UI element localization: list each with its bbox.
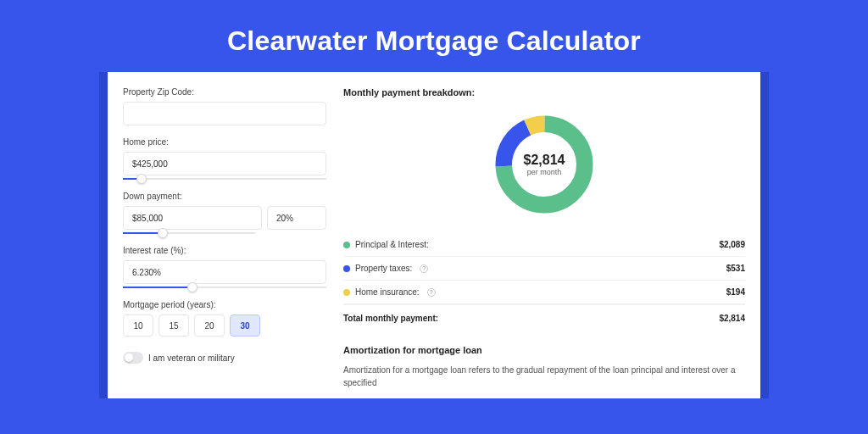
legend-row-taxes: Property taxes: ? $531 (343, 257, 745, 281)
amortization-text: Amortization for a mortgage loan refers … (343, 364, 745, 389)
veteran-toggle-knob (125, 353, 133, 362)
period-btn-30[interactable]: 30 (230, 314, 260, 337)
period-btn-10[interactable]: 10 (123, 314, 153, 337)
amortization-section: Amortization for mortgage loan Amortizat… (343, 345, 745, 389)
rate-slider[interactable] (123, 287, 326, 288)
amortization-heading: Amortization for mortgage loan (343, 345, 745, 355)
zip-input[interactable] (123, 102, 326, 125)
legend-value: $531 (726, 264, 745, 273)
down-amount-input[interactable] (123, 206, 262, 230)
legend-label: Principal & Interest: (355, 240, 429, 249)
donut-amount: $2,814 (524, 153, 565, 168)
period-btn-15[interactable]: 15 (159, 314, 189, 337)
breakdown-heading: Monthly payment breakdown: (343, 87, 745, 97)
veteran-label: I am veteran or military (148, 353, 235, 363)
total-row: Total monthly payment: $2,814 (343, 304, 745, 333)
down-label: Down payment: (123, 192, 326, 201)
legend-row-insurance: Home insurance: ? $194 (343, 281, 745, 304)
price-label: Home price: (123, 137, 326, 147)
panel-backdrop: Property Zip Code: Home price: Down paym… (99, 72, 769, 398)
dot-icon (343, 265, 350, 272)
donut-chart: $2,814 per month (343, 104, 745, 228)
down-percent-input[interactable] (267, 206, 326, 230)
legend-row-principal: Principal & Interest: $2,089 (343, 233, 745, 257)
help-icon[interactable]: ? (420, 264, 428, 273)
veteran-toggle[interactable] (123, 352, 143, 364)
rate-slider-fill (123, 287, 192, 288)
down-slider-thumb[interactable] (158, 228, 168, 238)
zip-label: Property Zip Code: (123, 87, 326, 97)
legend-value: $194 (726, 287, 745, 297)
down-slider-fill (123, 232, 163, 234)
price-input[interactable] (123, 152, 326, 175)
period-label: Mortgage period (years): (123, 300, 326, 309)
legend-label: Home insurance: (355, 287, 420, 297)
legend-value: $2,089 (719, 240, 745, 249)
inputs-column: Property Zip Code: Home price: Down paym… (123, 87, 326, 398)
legend-label: Property taxes: (355, 264, 412, 273)
donut-center: $2,814 per month (491, 111, 598, 218)
page-title: Clearwater Mortgage Calculator (0, 0, 868, 72)
rate-slider-thumb[interactable] (187, 282, 198, 292)
legend: Principal & Interest: $2,089 Property ta… (343, 233, 745, 333)
down-slider[interactable] (123, 232, 255, 234)
period-btn-20[interactable]: 20 (194, 314, 225, 337)
donut-sub: per month (527, 168, 562, 176)
period-row: 10 15 20 30 (123, 314, 326, 337)
calculator-panel: Property Zip Code: Home price: Down paym… (108, 72, 760, 398)
rate-label: Interest rate (%): (123, 246, 326, 255)
dot-icon (343, 242, 350, 248)
help-icon[interactable]: ? (427, 288, 436, 297)
veteran-row: I am veteran or military (123, 352, 326, 364)
dot-icon (343, 289, 350, 296)
price-slider[interactable] (123, 178, 326, 180)
price-slider-thumb[interactable] (136, 174, 147, 184)
rate-input[interactable] (123, 260, 326, 284)
results-column: Monthly payment breakdown: $2,814 per mo… (343, 87, 745, 398)
total-value: $2,814 (719, 314, 745, 323)
total-label: Total monthly payment: (343, 314, 438, 323)
